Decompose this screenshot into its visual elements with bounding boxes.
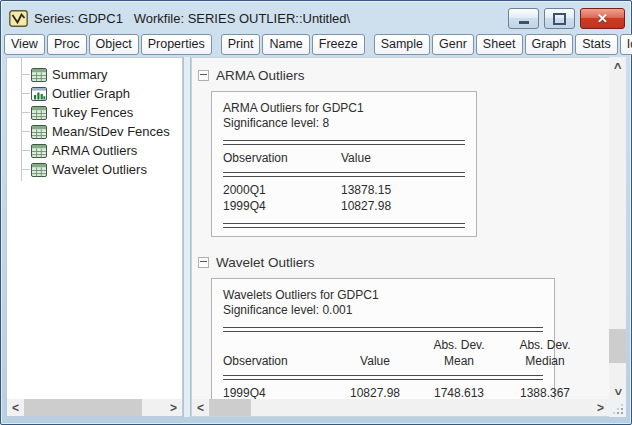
eviews-series-icon — [9, 10, 28, 27]
table-icon — [31, 68, 47, 82]
view-tree: Summary Outlier Graph — [7, 58, 182, 399]
toolbar-button-freeze[interactable]: Freeze — [312, 34, 365, 55]
main-panel: ARMA Outliers ARMA Outliers for GDPC1 Si… — [191, 57, 609, 417]
sidebar-item-mean-stdev-fences[interactable]: Mean/StDev Fences — [7, 122, 182, 141]
section-header: ARMA Outliers — [198, 68, 609, 83]
scrollbar-thumb[interactable] — [209, 399, 251, 416]
column-header: Value — [341, 150, 451, 166]
table-row: 1999Q4 10827.98 — [223, 198, 465, 214]
sidebar-item-label: Summary — [52, 67, 108, 82]
close-button[interactable]: ✕ — [580, 8, 625, 29]
toolbar-button-print[interactable]: Print — [221, 34, 261, 55]
toolbar-button-sample[interactable]: Sample — [374, 34, 430, 55]
minimize-icon — [519, 21, 529, 24]
panel-splitter[interactable] — [183, 57, 191, 417]
column-header: Abs. Dev. Mean — [419, 337, 499, 369]
bar-chart-icon — [31, 87, 47, 101]
toolbar-button-sheet[interactable]: Sheet — [476, 34, 523, 55]
table-body: 1999Q4 10827.98 1748.613 1388.367 — [223, 380, 543, 399]
minimize-button[interactable] — [508, 8, 539, 29]
scroll-left-arrow-icon[interactable]: < — [192, 399, 209, 416]
value-cell: 10827.98 — [341, 198, 451, 214]
sidebar: Summary Outlier Graph — [6, 57, 183, 417]
scroll-up-arrow-icon[interactable]: > — [609, 57, 626, 74]
sidebar-horizontal-scrollbar[interactable]: < > — [7, 399, 182, 416]
scroll-right-arrow-icon[interactable]: > — [165, 399, 182, 416]
sidebar-item-arma-outliers[interactable]: ARMA Outliers — [7, 141, 182, 160]
sidebar-item-label: Tukey Fences — [52, 105, 133, 120]
wavelet-outliers-section: Wavelet Outliers Wavelets Outliers for G… — [198, 255, 609, 399]
scrollbar-thumb[interactable] — [609, 329, 626, 363]
toolbar-button-name[interactable]: Name — [262, 34, 309, 55]
window-controls: ✕ — [508, 8, 625, 29]
toolbar-group-output: Print Name Freeze — [221, 34, 365, 55]
vertical-scrollbar[interactable]: > > — [609, 57, 626, 400]
table-row: 2000Q1 13878.15 — [223, 182, 465, 198]
table-subtitle: Significance level: 8 — [223, 116, 465, 131]
column-header: Abs. Dev. Median — [499, 337, 591, 369]
table-header-row: Observation Value Abs. Dev. Mean Abs. De… — [223, 332, 543, 375]
toolbar-button-view[interactable]: View — [4, 34, 45, 55]
toolbar-button-genr[interactable]: Genr — [432, 34, 474, 55]
observation-cell: 1999Q4 — [223, 198, 341, 214]
scroll-right-arrow-icon[interactable]: > — [592, 399, 609, 416]
main-horizontal-scrollbar[interactable]: < > — [192, 399, 609, 416]
observation-cell: 2000Q1 — [223, 182, 341, 198]
abs-dev-mean-cell: 1748.613 — [419, 385, 499, 399]
toolbar-button-properties[interactable]: Properties — [141, 34, 212, 55]
scrollbar-thumb[interactable] — [24, 399, 142, 416]
title-bar: Series: GDPC1 Workfile: SERIES OUTLIER::… — [1, 1, 631, 34]
table-subtitle: Significance level: 0.001 — [223, 303, 543, 318]
scroll-down-arrow-icon[interactable]: > — [609, 383, 626, 400]
toolbar-button-ident[interactable]: Ident — [620, 34, 632, 55]
table-body: 2000Q1 13878.15 1999Q4 10827.98 — [223, 177, 465, 223]
column-header: Value — [331, 353, 419, 369]
table-icon — [31, 106, 47, 120]
toolbar-button-graph[interactable]: Graph — [525, 34, 574, 55]
vertical-scrollbar-column: > > — [609, 57, 626, 417]
resize-grip[interactable] — [609, 400, 626, 417]
table-subtitle: ARMA Outliers for GDPC1 — [223, 101, 465, 116]
table-row: 1999Q4 10827.98 1748.613 1388.367 — [223, 385, 543, 399]
sidebar-item-tukey-fences[interactable]: Tukey Fences — [7, 103, 182, 122]
value-cell: 13878.15 — [341, 182, 451, 198]
sidebar-item-label: Mean/StDev Fences — [52, 124, 170, 139]
sidebar-item-label: Wavelet Outliers — [52, 162, 147, 177]
value-cell: 10827.98 — [331, 385, 419, 399]
sidebar-item-outlier-graph[interactable]: Outlier Graph — [7, 84, 182, 103]
toolbar-button-proc[interactable]: Proc — [47, 34, 87, 55]
arma-outliers-section: ARMA Outliers ARMA Outliers for GDPC1 Si… — [198, 68, 609, 237]
wavelet-outliers-table: Wavelets Outliers for GDPC1 Significance… — [211, 278, 555, 399]
table-icon — [31, 163, 47, 177]
column-header: Observation — [223, 150, 341, 166]
section-title: ARMA Outliers — [216, 68, 305, 83]
toolbar-group-object: View Proc Object Properties — [4, 34, 212, 55]
collapse-minus-icon[interactable] — [198, 257, 209, 268]
section-title: Wavelet Outliers — [216, 255, 315, 270]
collapse-minus-icon[interactable] — [198, 70, 209, 81]
table-subtitle: Wavelets Outliers for GDPC1 — [223, 288, 543, 303]
toolbar-group-series: Sample Genr Sheet Graph Stats Ident — [374, 34, 632, 55]
arma-outliers-table: ARMA Outliers for GDPC1 Significance lev… — [211, 91, 477, 237]
section-header: Wavelet Outliers — [198, 255, 609, 270]
toolbar: View Proc Object Properties Print Name F… — [1, 34, 631, 57]
close-icon: ✕ — [597, 12, 608, 25]
sidebar-item-summary[interactable]: Summary — [7, 65, 182, 84]
eviews-series-window: Series: GDPC1 Workfile: SERIES OUTLIER::… — [0, 0, 632, 425]
sidebar-item-wavelet-outliers[interactable]: Wavelet Outliers — [7, 160, 182, 179]
content-area: Summary Outlier Graph — [6, 57, 626, 417]
table-icon — [31, 125, 47, 139]
sidebar-item-label: ARMA Outliers — [52, 143, 137, 158]
toolbar-button-stats[interactable]: Stats — [575, 34, 618, 55]
maximize-icon — [553, 13, 566, 25]
sidebar-item-label: Outlier Graph — [52, 86, 130, 101]
outlier-results-view: ARMA Outliers ARMA Outliers for GDPC1 Si… — [192, 58, 609, 399]
abs-dev-median-cell: 1388.367 — [499, 385, 591, 399]
double-rule — [223, 223, 465, 228]
maximize-button[interactable] — [544, 8, 575, 29]
scroll-left-arrow-icon[interactable]: < — [7, 399, 24, 416]
table-header-row: Observation Value — [223, 145, 465, 172]
window-title: Series: GDPC1 Workfile: SERIES OUTLIER::… — [34, 11, 508, 26]
toolbar-button-object[interactable]: Object — [89, 34, 139, 55]
column-header: Observation — [223, 353, 331, 369]
